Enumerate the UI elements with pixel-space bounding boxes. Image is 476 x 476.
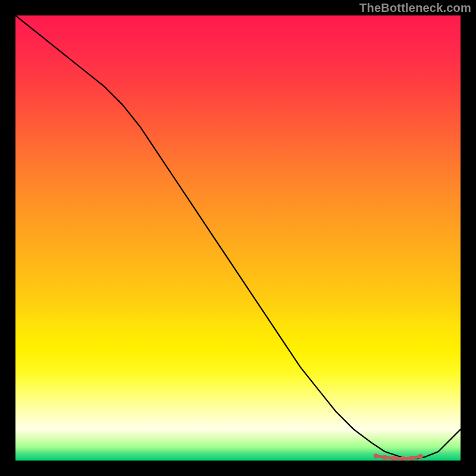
curve-line: [15, 15, 461, 459]
chart-container: TheBottleneck.com: [0, 0, 476, 476]
marker-dot: [392, 456, 396, 461]
marker-dot: [400, 456, 405, 461]
marker-dot: [409, 456, 414, 461]
marker-line: [376, 456, 421, 459]
plot-area: [15, 15, 461, 461]
marker-dot: [374, 454, 378, 459]
marker-dot: [418, 454, 423, 459]
marker-dot: [383, 455, 387, 460]
minimum-markers: [374, 454, 423, 461]
chart-svg: [15, 15, 461, 461]
watermark-text: TheBottleneck.com: [359, 1, 471, 15]
